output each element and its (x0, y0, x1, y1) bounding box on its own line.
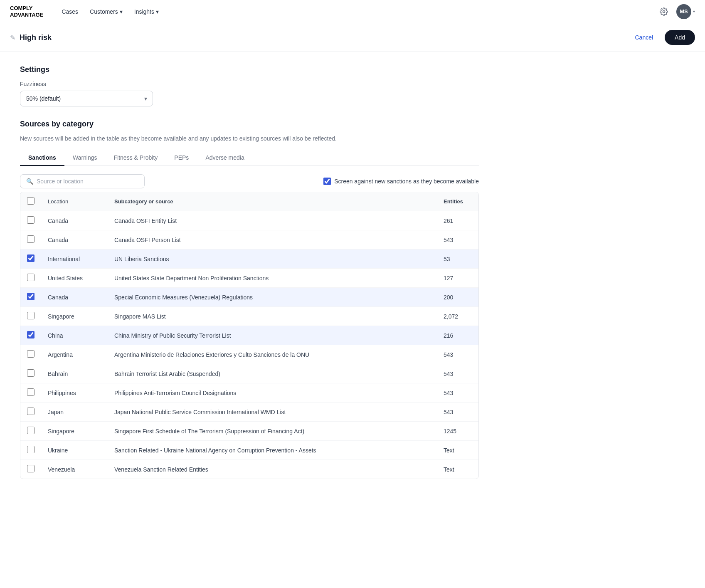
user-menu[interactable]: MS ▾ (676, 4, 695, 19)
row-checkbox[interactable] (27, 350, 35, 358)
th-entities: Entities (437, 192, 478, 211)
row-checkbox[interactable] (27, 216, 35, 224)
subheader-left: ✎ High risk (10, 33, 52, 42)
select-all-checkbox[interactable] (27, 197, 35, 205)
row-checkbox-cell (20, 364, 41, 383)
row-entities: 2,072 (437, 307, 478, 326)
cancel-button[interactable]: Cancel (628, 31, 660, 44)
search-row: 🔍 Screen against new sanctions as they b… (20, 174, 479, 188)
row-source: UN Liberia Sanctions (108, 250, 437, 269)
row-source: Philippines Anti-Terrorism Council Desig… (108, 383, 437, 403)
row-checkbox-cell (20, 383, 41, 403)
table-row: Argentina Argentina Ministerio de Relaci… (20, 345, 478, 364)
row-source: Sanction Related - Ukraine National Agen… (108, 441, 437, 460)
row-location: Canada (41, 230, 108, 250)
row-checkbox[interactable] (27, 465, 35, 472)
row-location: Canada (41, 211, 108, 230)
row-checkbox-cell (20, 307, 41, 326)
sources-description: New sources will be added in the table a… (20, 135, 479, 142)
row-checkbox[interactable] (27, 274, 35, 281)
row-checkbox-cell (20, 422, 41, 441)
row-location: Argentina (41, 345, 108, 364)
row-entities: 543 (437, 403, 478, 422)
row-source: Argentina Ministerio de Relaciones Exter… (108, 345, 437, 364)
row-source: Japan National Public Service Commission… (108, 403, 437, 422)
row-checkbox-cell (20, 211, 41, 230)
table-row: Canada Canada OSFI Person List 543 (20, 230, 478, 250)
row-location: Canada (41, 288, 108, 307)
screen-option: Screen against new sanctions as they bec… (323, 178, 479, 185)
table-row: Canada Special Economic Measures (Venezu… (20, 288, 478, 307)
table-row: Canada Canada OSFI Entity List 261 (20, 211, 478, 230)
row-entities: 200 (437, 288, 478, 307)
row-checkbox[interactable] (27, 427, 35, 434)
sources-section: Sources by category New sources will be … (20, 120, 479, 479)
row-source: Venezuela Sanction Related Entities (108, 460, 437, 479)
row-location: United States (41, 269, 108, 288)
fuzziness-select[interactable]: 50% (default) 60% 70% 80% 90% 100% (20, 91, 153, 106)
add-button[interactable]: Add (665, 30, 695, 45)
row-source: Canada OSFI Person List (108, 230, 437, 250)
row-location: China (41, 326, 108, 345)
row-checkbox[interactable] (27, 293, 35, 300)
row-location: Philippines (41, 383, 108, 403)
table-row: Japan Japan National Public Service Comm… (20, 403, 478, 422)
tab-sanctions[interactable]: Sanctions (20, 150, 64, 166)
row-checkbox[interactable] (27, 235, 35, 243)
nav-customers[interactable]: Customers ▾ (85, 5, 128, 18)
row-checkbox[interactable] (27, 408, 35, 415)
search-input[interactable] (37, 178, 138, 185)
row-location: Venezuela (41, 460, 108, 479)
table-row: United States United States State Depart… (20, 269, 478, 288)
row-entities: 1245 (437, 422, 478, 441)
navigation: COMPLY ADVANTAGE Cases Customers ▾ Insig… (0, 0, 705, 23)
table-row: Bahrain Bahrain Terrorist List Arabic (S… (20, 364, 478, 383)
screen-label: Screen against new sanctions as they bec… (334, 178, 479, 185)
row-checkbox-cell (20, 269, 41, 288)
row-checkbox[interactable] (27, 369, 35, 377)
row-entities: 543 (437, 364, 478, 383)
fuzziness-label: Fuzziness (20, 81, 479, 87)
tab-fitness[interactable]: Fitness & Probity (106, 150, 166, 166)
settings-button[interactable] (656, 4, 671, 19)
search-icon: 🔍 (26, 178, 33, 185)
th-source: Subcategory or source (108, 192, 437, 211)
table-row: Ukraine Sanction Related - Ukraine Natio… (20, 441, 478, 460)
row-checkbox-cell (20, 403, 41, 422)
row-source: Special Economic Measures (Venezuela) Re… (108, 288, 437, 307)
row-checkbox-cell (20, 326, 41, 345)
chevron-down-icon: ▾ (156, 8, 159, 15)
settings-title: Settings (20, 65, 479, 74)
nav-cases[interactable]: Cases (57, 5, 83, 18)
subheader-actions: Cancel Add (628, 30, 695, 45)
row-checkbox-cell (20, 250, 41, 269)
row-entities: 543 (437, 230, 478, 250)
sources-title: Sources by category (20, 120, 479, 128)
table-row: Venezuela Venezuela Sanction Related Ent… (20, 460, 478, 479)
th-location: Location (41, 192, 108, 211)
tab-peps[interactable]: PEPs (166, 150, 197, 166)
row-source: Bahrain Terrorist List Arabic (Suspended… (108, 364, 437, 383)
row-checkbox[interactable] (27, 331, 35, 338)
row-source: China Ministry of Public Security Terror… (108, 326, 437, 345)
table-row: International UN Liberia Sanctions 53 (20, 250, 478, 269)
row-entities: 127 (437, 269, 478, 288)
row-entities: Text (437, 460, 478, 479)
screen-checkbox[interactable] (323, 178, 331, 185)
row-checkbox-cell (20, 288, 41, 307)
row-location: Ukraine (41, 441, 108, 460)
row-checkbox[interactable] (27, 254, 35, 262)
search-box: 🔍 (20, 174, 145, 188)
subheader: ✎ High risk Cancel Add (0, 23, 705, 52)
th-checkbox (20, 192, 41, 211)
row-checkbox[interactable] (27, 312, 35, 319)
settings-section: Settings Fuzziness 50% (default) 60% 70%… (20, 65, 479, 106)
row-location: Bahrain (41, 364, 108, 383)
tab-adverse[interactable]: Adverse media (197, 150, 252, 166)
row-entities: 53 (437, 250, 478, 269)
row-location: Japan (41, 403, 108, 422)
nav-insights[interactable]: Insights ▾ (129, 5, 164, 18)
tab-warnings[interactable]: Warnings (64, 150, 106, 166)
row-checkbox[interactable] (27, 446, 35, 453)
row-checkbox[interactable] (27, 388, 35, 396)
